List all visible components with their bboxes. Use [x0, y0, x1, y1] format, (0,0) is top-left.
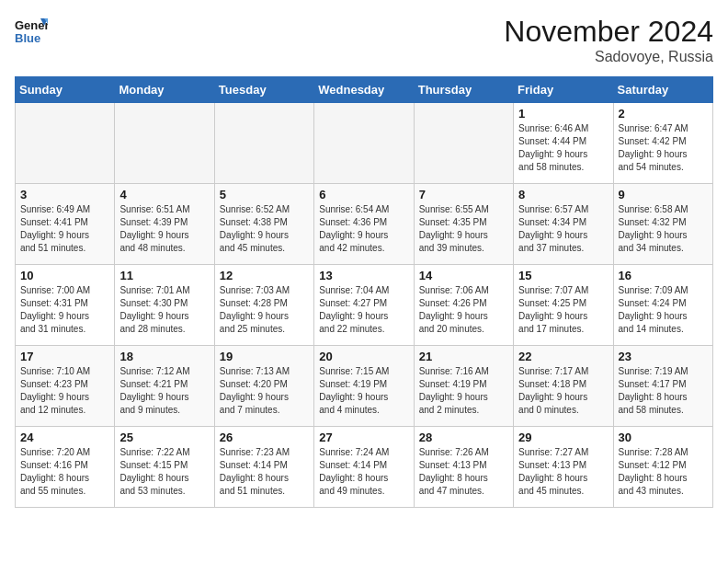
logo-icon: General Blue: [15, 15, 48, 48]
day-number: 25: [119, 431, 209, 444]
day-cell: 6Sunrise: 6:54 AM Sunset: 4:36 PM Daylig…: [314, 184, 414, 265]
day-cell: 2Sunrise: 6:47 AM Sunset: 4:42 PM Daylig…: [613, 103, 712, 184]
day-cell: 27Sunrise: 7:24 AM Sunset: 4:14 PM Dayli…: [314, 427, 414, 508]
day-info: Sunrise: 6:49 AM Sunset: 4:41 PM Dayligh…: [20, 203, 109, 255]
page-header: General Blue November 2024 Sadovoye, Rus…: [15, 15, 713, 65]
day-number: 22: [518, 350, 608, 363]
day-cell: 12Sunrise: 7:03 AM Sunset: 4:28 PM Dayli…: [214, 265, 313, 346]
day-cell: 24Sunrise: 7:20 AM Sunset: 4:16 PM Dayli…: [16, 427, 115, 508]
day-info: Sunrise: 7:09 AM Sunset: 4:24 PM Dayligh…: [619, 284, 708, 336]
header-saturday: Saturday: [613, 77, 712, 103]
week-row-4: 17Sunrise: 7:10 AM Sunset: 4:23 PM Dayli…: [16, 346, 713, 427]
day-number: 11: [119, 269, 209, 282]
day-info: Sunrise: 7:03 AM Sunset: 4:28 PM Dayligh…: [220, 284, 309, 336]
day-number: 14: [419, 269, 508, 282]
day-info: Sunrise: 6:55 AM Sunset: 4:35 PM Dayligh…: [419, 203, 508, 255]
day-info: Sunrise: 7:28 AM Sunset: 4:12 PM Dayligh…: [619, 446, 708, 498]
day-cell: 10Sunrise: 7:00 AM Sunset: 4:31 PM Dayli…: [16, 265, 115, 346]
day-info: Sunrise: 6:52 AM Sunset: 4:38 PM Dayligh…: [220, 203, 309, 255]
day-info: Sunrise: 6:54 AM Sunset: 4:36 PM Dayligh…: [319, 203, 408, 255]
day-info: Sunrise: 7:23 AM Sunset: 4:14 PM Dayligh…: [220, 446, 309, 498]
day-number: 28: [419, 431, 508, 444]
location-subtitle: Sadovoye, Russia: [504, 49, 713, 65]
day-number: 19: [220, 350, 309, 363]
day-info: Sunrise: 7:19 AM Sunset: 4:17 PM Dayligh…: [619, 365, 708, 417]
month-title: November 2024: [504, 15, 713, 49]
day-info: Sunrise: 7:04 AM Sunset: 4:27 PM Dayligh…: [319, 284, 408, 336]
day-number: 8: [518, 188, 608, 201]
day-cell: 5Sunrise: 6:52 AM Sunset: 4:38 PM Daylig…: [214, 184, 313, 265]
header-wednesday: Wednesday: [314, 77, 414, 103]
day-info: Sunrise: 6:51 AM Sunset: 4:39 PM Dayligh…: [119, 203, 209, 255]
day-number: 3: [20, 188, 109, 201]
day-info: Sunrise: 6:47 AM Sunset: 4:42 PM Dayligh…: [619, 122, 708, 174]
day-cell: 23Sunrise: 7:19 AM Sunset: 4:17 PM Dayli…: [613, 346, 712, 427]
day-cell: 22Sunrise: 7:17 AM Sunset: 4:18 PM Dayli…: [514, 346, 613, 427]
day-number: 5: [220, 188, 309, 201]
day-info: Sunrise: 7:22 AM Sunset: 4:15 PM Dayligh…: [119, 446, 209, 498]
day-info: Sunrise: 7:20 AM Sunset: 4:16 PM Dayligh…: [20, 446, 109, 498]
day-cell: 4Sunrise: 6:51 AM Sunset: 4:39 PM Daylig…: [115, 184, 214, 265]
day-cell: [214, 103, 313, 184]
day-info: Sunrise: 7:01 AM Sunset: 4:30 PM Dayligh…: [119, 284, 209, 336]
day-cell: 14Sunrise: 7:06 AM Sunset: 4:26 PM Dayli…: [414, 265, 513, 346]
day-number: 21: [419, 350, 508, 363]
day-cell: [314, 103, 414, 184]
days-header-row: SundayMondayTuesdayWednesdayThursdayFrid…: [16, 77, 713, 103]
day-number: 27: [319, 431, 408, 444]
week-row-3: 10Sunrise: 7:00 AM Sunset: 4:31 PM Dayli…: [16, 265, 713, 346]
day-number: 18: [119, 350, 209, 363]
day-cell: 17Sunrise: 7:10 AM Sunset: 4:23 PM Dayli…: [16, 346, 115, 427]
day-info: Sunrise: 7:07 AM Sunset: 4:25 PM Dayligh…: [518, 284, 608, 336]
day-number: 12: [220, 269, 309, 282]
header-tuesday: Tuesday: [214, 77, 313, 103]
day-number: 29: [518, 431, 608, 444]
day-cell: 15Sunrise: 7:07 AM Sunset: 4:25 PM Dayli…: [514, 265, 613, 346]
day-info: Sunrise: 6:58 AM Sunset: 4:32 PM Dayligh…: [619, 203, 708, 255]
day-cell: 9Sunrise: 6:58 AM Sunset: 4:32 PM Daylig…: [613, 184, 712, 265]
day-info: Sunrise: 7:12 AM Sunset: 4:21 PM Dayligh…: [119, 365, 209, 417]
day-cell: 18Sunrise: 7:12 AM Sunset: 4:21 PM Dayli…: [115, 346, 214, 427]
week-row-5: 24Sunrise: 7:20 AM Sunset: 4:16 PM Dayli…: [16, 427, 713, 508]
day-number: 1: [518, 107, 608, 121]
week-row-1: 1Sunrise: 6:46 AM Sunset: 4:44 PM Daylig…: [16, 103, 713, 184]
day-info: Sunrise: 7:00 AM Sunset: 4:31 PM Dayligh…: [20, 284, 109, 336]
day-number: 20: [319, 350, 408, 363]
day-cell: 21Sunrise: 7:16 AM Sunset: 4:19 PM Dayli…: [414, 346, 513, 427]
day-number: 4: [119, 188, 209, 201]
day-info: Sunrise: 6:57 AM Sunset: 4:34 PM Dayligh…: [518, 203, 608, 255]
day-cell: 8Sunrise: 6:57 AM Sunset: 4:34 PM Daylig…: [514, 184, 613, 265]
header-thursday: Thursday: [414, 77, 513, 103]
day-info: Sunrise: 7:16 AM Sunset: 4:19 PM Dayligh…: [419, 365, 508, 417]
day-info: Sunrise: 6:46 AM Sunset: 4:44 PM Dayligh…: [518, 122, 608, 174]
day-info: Sunrise: 7:26 AM Sunset: 4:13 PM Dayligh…: [419, 446, 508, 498]
day-cell: 1Sunrise: 6:46 AM Sunset: 4:44 PM Daylig…: [514, 103, 613, 184]
day-info: Sunrise: 7:17 AM Sunset: 4:18 PM Dayligh…: [518, 365, 608, 417]
day-cell: 30Sunrise: 7:28 AM Sunset: 4:12 PM Dayli…: [613, 427, 712, 508]
day-number: 17: [20, 350, 109, 363]
day-number: 23: [619, 350, 708, 363]
day-info: Sunrise: 7:27 AM Sunset: 4:13 PM Dayligh…: [518, 446, 608, 498]
day-number: 9: [619, 188, 708, 201]
day-number: 2: [619, 107, 708, 121]
day-cell: 16Sunrise: 7:09 AM Sunset: 4:24 PM Dayli…: [613, 265, 712, 346]
day-cell: [115, 103, 214, 184]
day-number: 16: [619, 269, 708, 282]
day-info: Sunrise: 7:06 AM Sunset: 4:26 PM Dayligh…: [419, 284, 508, 336]
day-number: 15: [518, 269, 608, 282]
day-number: 30: [619, 431, 708, 444]
day-info: Sunrise: 7:15 AM Sunset: 4:19 PM Dayligh…: [319, 365, 408, 417]
day-info: Sunrise: 7:10 AM Sunset: 4:23 PM Dayligh…: [20, 365, 109, 417]
day-info: Sunrise: 7:13 AM Sunset: 4:20 PM Dayligh…: [220, 365, 309, 417]
day-cell: 11Sunrise: 7:01 AM Sunset: 4:30 PM Dayli…: [115, 265, 214, 346]
header-sunday: Sunday: [16, 77, 115, 103]
day-cell: 20Sunrise: 7:15 AM Sunset: 4:19 PM Dayli…: [314, 346, 414, 427]
header-friday: Friday: [514, 77, 613, 103]
day-cell: 13Sunrise: 7:04 AM Sunset: 4:27 PM Dayli…: [314, 265, 414, 346]
logo: General Blue: [15, 15, 48, 48]
day-number: 26: [220, 431, 309, 444]
day-number: 10: [20, 269, 109, 282]
day-cell: 28Sunrise: 7:26 AM Sunset: 4:13 PM Dayli…: [414, 427, 513, 508]
day-cell: [16, 103, 115, 184]
day-cell: [414, 103, 513, 184]
